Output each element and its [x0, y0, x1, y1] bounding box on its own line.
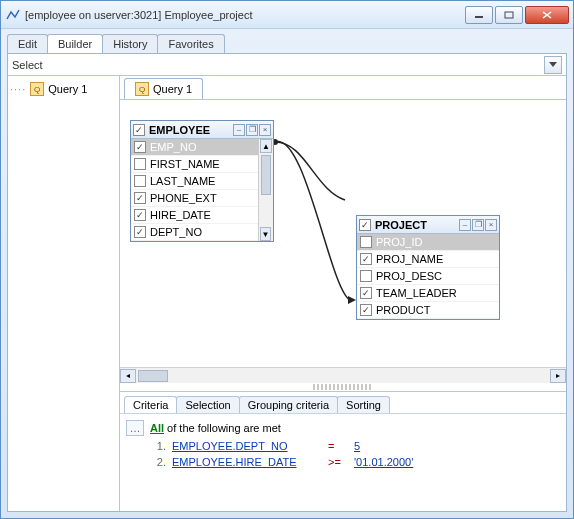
column-row[interactable]: PROJ_DESC [357, 268, 499, 285]
splitter-handle[interactable] [120, 383, 566, 391]
scroll-right-icon[interactable]: ▸ [550, 369, 566, 383]
statement-type-label: Select [12, 59, 544, 71]
column-name: EMP_NO [150, 141, 196, 153]
column-checkbox[interactable]: ✓ [134, 141, 146, 153]
criteria-operator[interactable]: = [328, 440, 348, 452]
column-checkbox[interactable] [134, 175, 146, 187]
tab-builder[interactable]: Builder [47, 34, 103, 53]
query-tab-label: Query 1 [153, 83, 192, 95]
query-icon: Q [135, 82, 149, 96]
query-tabs-row: Q Query 1 [120, 76, 566, 100]
tab-edit[interactable]: Edit [7, 34, 48, 53]
column-name: PHONE_EXT [150, 192, 217, 204]
scroll-left-icon[interactable]: ◂ [120, 369, 136, 383]
svg-rect-1 [505, 12, 513, 18]
table-close-icon[interactable]: × [485, 219, 497, 231]
svg-marker-4 [549, 62, 557, 67]
scroll-thumb[interactable] [138, 370, 168, 382]
tree-connector: ···· [10, 83, 26, 95]
column-checkbox[interactable]: ✓ [360, 304, 372, 316]
criteria-panel: Criteria Selection Grouping criteria Sor… [120, 391, 566, 511]
table-minimize-icon[interactable]: – [233, 124, 245, 136]
criteria-mode-suffix: of the following are met [164, 422, 281, 434]
table-header[interactable]: ✓ PROJECT – ❐ × [357, 216, 499, 234]
table-name: EMPLOYEE [149, 124, 232, 136]
criteria-field-link[interactable]: EMPLOYEE.HIRE_DATE [172, 456, 322, 468]
diagram-canvas[interactable]: ✓ EMPLOYEE – ❐ × ✓EMP_NOFIRST_NAMELAST_N… [120, 100, 566, 383]
column-row[interactable]: ✓PROJ_NAME [357, 251, 499, 268]
criteria-operator[interactable]: >= [328, 456, 348, 468]
minimize-button[interactable] [465, 6, 493, 24]
column-checkbox[interactable]: ✓ [134, 209, 146, 221]
table-restore-icon[interactable]: ❐ [472, 219, 484, 231]
column-checkbox[interactable]: ✓ [134, 192, 146, 204]
main-panel: Q Query 1 ✓ EMPLOYEE [120, 76, 566, 511]
table-minimize-icon[interactable]: – [459, 219, 471, 231]
column-list: PROJ_ID✓PROJ_NAMEPROJ_DESC✓TEAM_LEADER✓P… [357, 234, 499, 319]
tab-sorting[interactable]: Sorting [337, 396, 390, 413]
column-checkbox[interactable]: ✓ [360, 253, 372, 265]
header-checkbox[interactable]: ✓ [359, 219, 371, 231]
column-row[interactable]: FIRST_NAME [131, 156, 273, 173]
column-checkbox[interactable]: ✓ [360, 287, 372, 299]
maximize-button[interactable] [495, 6, 523, 24]
tab-grouping[interactable]: Grouping criteria [239, 396, 338, 413]
column-name: PRODUCT [376, 304, 430, 316]
table-restore-icon[interactable]: ❐ [246, 124, 258, 136]
scroll-thumb[interactable] [261, 155, 271, 195]
criteria-row-number: 2. [150, 456, 166, 468]
query-icon: Q [30, 82, 44, 96]
criteria-root: … All of the following are met [126, 418, 560, 438]
criteria-field-link[interactable]: EMPLOYEE.DEPT_NO [172, 440, 322, 452]
scrollbar-horizontal[interactable]: ◂ ▸ [120, 367, 566, 383]
column-row[interactable]: LAST_NAME [131, 173, 273, 190]
table-window-controls: – ❐ × [458, 219, 497, 231]
table-project[interactable]: ✓ PROJECT – ❐ × PROJ_ID✓PROJ_NAMEPROJ_DE… [356, 215, 500, 320]
column-checkbox[interactable] [360, 270, 372, 282]
main-tabs: Edit Builder History Favorites [1, 29, 573, 53]
scroll-up-icon[interactable]: ▲ [260, 139, 272, 153]
scroll-down-icon[interactable]: ▼ [260, 227, 271, 241]
table-header[interactable]: ✓ EMPLOYEE – ❐ × [131, 121, 273, 139]
column-row[interactable]: ✓EMP_NO [131, 139, 273, 156]
column-row[interactable]: ✓PRODUCT [357, 302, 499, 319]
table-name: PROJECT [375, 219, 458, 231]
query-tab[interactable]: Q Query 1 [124, 78, 203, 99]
column-checkbox[interactable] [134, 158, 146, 170]
column-checkbox[interactable] [360, 236, 372, 248]
criteria-row: 2.EMPLOYEE.HIRE_DATE>='01.01.2000' [126, 454, 560, 470]
criteria-menu-button[interactable]: … [126, 420, 144, 436]
bottom-tabs: Criteria Selection Grouping criteria Sor… [120, 392, 566, 414]
dropdown-icon[interactable] [544, 56, 562, 74]
header-checkbox[interactable]: ✓ [133, 124, 145, 136]
titlebar[interactable]: [employee on userver:3021] Employee_proj… [1, 1, 573, 29]
criteria-value-link[interactable]: 5 [354, 440, 360, 452]
close-button[interactable] [525, 6, 569, 24]
column-row[interactable]: ✓PHONE_EXT [131, 190, 273, 207]
criteria-value-link[interactable]: '01.01.2000' [354, 456, 413, 468]
column-checkbox[interactable]: ✓ [134, 226, 146, 238]
tab-history[interactable]: History [102, 34, 158, 53]
window-buttons [465, 6, 569, 24]
query-tree: ···· Q Query 1 [8, 76, 120, 511]
column-name: PROJ_DESC [376, 270, 442, 282]
column-row[interactable]: ✓DEPT_NO [131, 224, 273, 241]
criteria-mode-link[interactable]: All [150, 422, 164, 434]
table-close-icon[interactable]: × [259, 124, 271, 136]
scrollbar-vertical[interactable]: ▲ ▼ [258, 139, 273, 241]
tree-node-label: Query 1 [48, 83, 87, 95]
table-window-controls: – ❐ × [232, 124, 271, 136]
builder-body: ···· Q Query 1 Q Query 1 [8, 76, 566, 511]
column-row[interactable]: ✓TEAM_LEADER [357, 285, 499, 302]
tab-favorites[interactable]: Favorites [157, 34, 224, 53]
column-name: DEPT_NO [150, 226, 202, 238]
svg-marker-6 [348, 296, 356, 304]
table-employee[interactable]: ✓ EMPLOYEE – ❐ × ✓EMP_NOFIRST_NAMELAST_N… [130, 120, 274, 242]
column-row[interactable]: ✓HIRE_DATE [131, 207, 273, 224]
statement-type-selector[interactable]: Select [8, 54, 566, 76]
column-row[interactable]: PROJ_ID [357, 234, 499, 251]
tree-node-query[interactable]: ···· Q Query 1 [10, 82, 117, 96]
tab-criteria[interactable]: Criteria [124, 396, 177, 413]
criteria-body: … All of the following are met 1.EMPLOYE… [120, 414, 566, 511]
tab-selection[interactable]: Selection [176, 396, 239, 413]
